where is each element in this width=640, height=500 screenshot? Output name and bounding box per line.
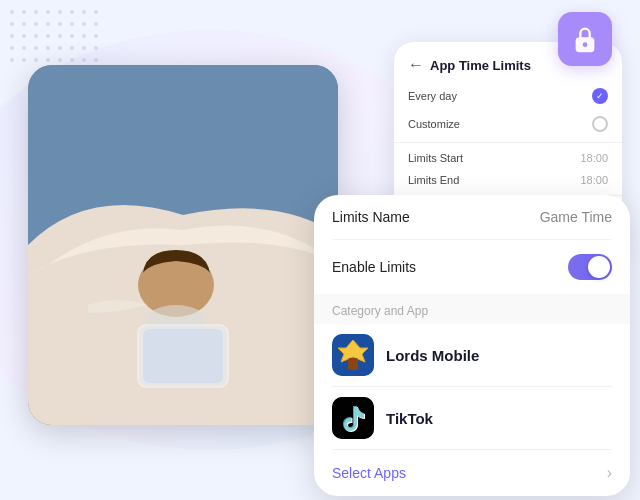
enable-limits-row[interactable]: Enable Limits [314,240,630,294]
back-arrow-icon[interactable]: ← [408,56,424,74]
limits-panel-front: Limits Name Game Time Enable Limits Cate… [314,195,630,496]
chevron-right-icon: › [607,464,612,482]
dots-decoration [10,10,102,66]
select-apps-row[interactable]: Select Apps › [314,450,630,496]
svg-rect-7 [143,329,223,383]
limits-start-row: Limits Start 18:00 [394,147,622,169]
lords-mobile-row[interactable]: Lords Mobile [314,324,630,386]
svg-rect-10 [348,358,358,370]
lords-mobile-name: Lords Mobile [386,347,479,364]
divider-1 [394,142,622,143]
every-day-row[interactable]: Every day [394,82,622,110]
limits-start-value: 18:00 [580,152,608,164]
customize-label: Customize [408,118,460,130]
limits-end-value: 18:00 [580,174,608,186]
limits-name-row: Limits Name Game Time [314,195,630,239]
tiktok-row[interactable]: TikTok [314,387,630,449]
toggle-thumb [588,256,610,278]
child-photo-card [28,65,338,425]
tiktok-icon [332,397,374,439]
limits-end-row: Limits End 18:00 [394,169,622,191]
radio-icon [592,116,608,132]
customize-row[interactable]: Customize [394,110,622,138]
enable-limits-toggle[interactable] [568,254,612,280]
enable-limits-label: Enable Limits [332,259,416,275]
child-scene-svg [28,65,338,425]
category-header: Category and App [314,294,630,324]
limits-name-label: Limits Name [332,209,410,225]
every-day-label: Every day [408,90,457,102]
checked-icon [592,88,608,104]
lock-icon [558,12,612,66]
limits-end-label: Limits End [408,174,459,186]
panel-back-title: App Time Limits [430,58,531,73]
limits-name-value: Game Time [540,209,612,225]
photo-background [28,65,338,425]
svg-point-1 [583,42,588,47]
limits-start-label: Limits Start [408,152,463,164]
lords-mobile-icon [332,334,374,376]
tiktok-name: TikTok [386,410,433,427]
select-apps-label[interactable]: Select Apps [332,465,406,481]
